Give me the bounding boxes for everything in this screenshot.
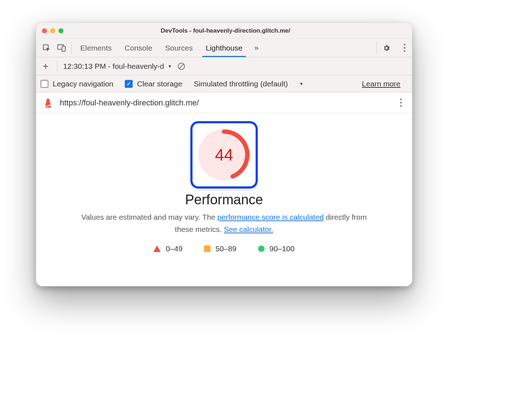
score-calculated-link[interactable]: performance score is calculated <box>217 213 323 221</box>
legend-pass: 90–100 <box>258 244 295 253</box>
performance-gauge[interactable]: 44 <box>198 129 250 181</box>
lighthouse-report: 44 Performance Values are estimated and … <box>36 113 412 286</box>
score-legend: 0–49 50–89 90–100 <box>153 244 294 253</box>
divider <box>57 61 57 71</box>
tab-label: Sources <box>165 44 193 52</box>
report-selector-label: 12:30:13 PM - foul-heavenly-d <box>63 62 164 71</box>
tab-label: Console <box>125 44 152 52</box>
throttling-dropdown[interactable]: Simulated throttling (default) ▼ <box>194 80 303 88</box>
report-url: https://foul-heavenly-direction.glitch.m… <box>60 98 199 108</box>
legacy-navigation-label: Legacy navigation <box>53 80 113 88</box>
more-tabs-icon[interactable]: » <box>249 39 264 57</box>
square-icon <box>204 246 210 252</box>
score-gauge-highlight: 44 <box>190 121 258 189</box>
devtools-window: DevTools - foul-heavenly-direction.glitc… <box>36 23 412 286</box>
divider <box>71 42 72 54</box>
svg-rect-5 <box>46 100 49 102</box>
panel-tabbar: Elements Console Sources Lighthouse » <box>36 39 412 57</box>
settings-icon[interactable] <box>379 39 394 57</box>
tab-console[interactable]: Console <box>118 39 159 57</box>
device-toolbar-icon[interactable] <box>54 39 69 57</box>
window-title: DevTools - foul-heavenly-direction.glitc… <box>45 27 406 34</box>
see-calculator-link[interactable]: See calculator. <box>224 225 273 233</box>
learn-more-link[interactable]: Learn more <box>362 80 400 88</box>
circle-icon <box>258 246 265 252</box>
performance-title: Performance <box>185 192 263 208</box>
chevron-down-icon: ▼ <box>168 64 172 69</box>
clear-storage-label: Clear storage <box>137 80 182 88</box>
legend-fail: 0–49 <box>153 244 182 253</box>
tab-sources[interactable]: Sources <box>159 39 199 57</box>
kebab-menu-icon[interactable] <box>394 39 409 57</box>
legend-label: 0–49 <box>166 244 182 253</box>
inspect-element-icon[interactable] <box>39 39 54 57</box>
svg-line-4 <box>179 64 184 68</box>
lighthouse-toolbar: + 12:30:13 PM - foul-heavenly-d ▼ <box>36 57 412 75</box>
legend-average: 50–89 <box>204 244 236 253</box>
throttling-label: Simulated throttling (default) <box>194 80 288 88</box>
titlebar: DevTools - foul-heavenly-direction.glitc… <box>36 23 412 39</box>
legacy-navigation-checkbox[interactable] <box>41 80 48 88</box>
report-menu-icon[interactable] <box>396 96 405 110</box>
tab-label: Elements <box>80 44 112 52</box>
clear-storage-checkbox[interactable]: ✓ <box>125 80 133 88</box>
desc-text: Values are estimated and may vary. The <box>81 213 217 221</box>
clear-all-icon[interactable] <box>177 62 186 71</box>
new-report-button[interactable]: + <box>40 61 51 72</box>
lighthouse-settings-bar: Legacy navigation ✓ Clear storage Simula… <box>36 75 412 92</box>
divider <box>376 42 377 54</box>
report-header: https://foul-heavenly-direction.glitch.m… <box>36 92 412 113</box>
svg-rect-2 <box>62 46 65 51</box>
chevron-down-icon: ▼ <box>299 81 304 86</box>
tab-lighthouse[interactable]: Lighthouse <box>199 39 249 57</box>
lighthouse-icon <box>43 97 53 108</box>
report-selector-dropdown[interactable]: 12:30:13 PM - foul-heavenly-d ▼ <box>63 62 172 71</box>
tab-label: Lighthouse <box>206 44 243 52</box>
performance-description: Values are estimated and may vary. The p… <box>77 211 371 235</box>
legend-label: 90–100 <box>270 244 295 253</box>
triangle-icon <box>153 246 161 252</box>
legend-label: 50–89 <box>215 244 236 253</box>
performance-score: 44 <box>198 129 250 181</box>
tab-elements[interactable]: Elements <box>74 39 118 57</box>
